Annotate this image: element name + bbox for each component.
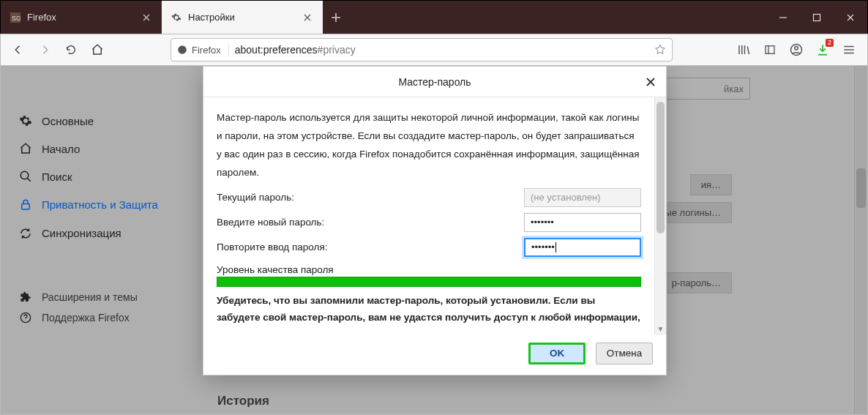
quality-label: Уровень качества пароля (217, 264, 641, 275)
nav-toolbar: Firefox about:preferences#privacy 2 (0, 34, 868, 66)
help-icon (18, 312, 33, 324)
tab-label: Firefox (27, 12, 56, 23)
sidebar-item-support[interactable]: Поддержка Firefox (15, 307, 169, 328)
sidebar-item-privacy[interactable]: Приватность и Защита (15, 193, 169, 217)
dialog-title: Мастер-пароль (398, 76, 471, 88)
reload-button[interactable] (59, 38, 83, 61)
site-icon: SG (10, 12, 21, 23)
bookmark-star-icon[interactable] (654, 44, 666, 56)
forward-button[interactable] (33, 38, 56, 61)
repeat-password-input[interactable]: ••••••• (524, 238, 641, 257)
tab-firefox[interactable]: SG Firefox (1, 1, 162, 34)
sidebar-icon[interactable] (760, 40, 779, 59)
home-icon (18, 142, 33, 155)
new-tab-button[interactable] (323, 1, 349, 34)
repeat-password-row: Повторите ввод пароля: ••••••• (217, 236, 641, 258)
close-icon[interactable] (302, 12, 313, 23)
sidebar-item-general[interactable]: Основные (15, 110, 169, 132)
window-controls (766, 1, 867, 34)
scroll-down-icon[interactable]: ▼ (655, 324, 666, 335)
firefox-icon (177, 45, 187, 55)
svg-rect-4 (766, 46, 774, 54)
new-password-input[interactable]: ••••••• (524, 213, 641, 232)
account-icon[interactable] (787, 40, 806, 59)
sidebar-item-label: Основные (42, 115, 94, 127)
svg-rect-8 (22, 203, 30, 209)
dialog-footer: OK Отмена (203, 335, 666, 375)
dialog-description: Мастер-пароль используется для защиты не… (217, 109, 641, 182)
svg-text:SG: SG (12, 15, 20, 22)
prefs-sidebar: Основные Начало Поиск Приватность и Защи… (15, 110, 169, 328)
repeat-password-label: Повторите ввод пароля: (217, 242, 524, 253)
sidebar-item-sync[interactable]: Синхронизация (15, 223, 169, 244)
titlebar: SG Firefox Настройки (0, 0, 868, 34)
svg-point-3 (178, 45, 187, 54)
url-bar[interactable]: Firefox about:preferences#privacy (171, 38, 673, 61)
toolbar-right: 2 (734, 40, 861, 59)
sidebar-item-search[interactable]: Поиск (15, 165, 169, 187)
identity-label: Firefox (192, 45, 221, 56)
current-password-row: Текущий пароль: (не установлен) (217, 187, 641, 209)
sidebar-item-home[interactable]: Начало (15, 138, 169, 160)
home-button[interactable] (86, 38, 109, 61)
svg-rect-2 (814, 14, 820, 20)
lock-icon (18, 198, 33, 212)
close-icon[interactable] (141, 12, 152, 23)
content-area: йках ия… ые логины… р-пароль… История Ос… (0, 66, 868, 415)
svg-point-6 (795, 47, 798, 51)
scroll-thumb[interactable] (656, 102, 665, 233)
sidebar-item-label: Поиск (42, 171, 72, 183)
svg-point-7 (20, 171, 29, 179)
cancel-button[interactable]: Отмена (596, 343, 653, 364)
url-text: about:preferences#privacy (235, 44, 648, 56)
gear-icon (171, 12, 182, 23)
maximize-button[interactable] (800, 1, 834, 34)
sidebar-item-label: Синхронизация (42, 227, 121, 239)
tab-label: Настройки (188, 12, 235, 23)
ok-button[interactable]: OK (528, 343, 585, 364)
master-password-dialog: Мастер-пароль Мастер-пароль используется… (203, 66, 667, 375)
downloads-icon[interactable]: 2 (813, 40, 832, 59)
sidebar-item-label: Начало (42, 143, 80, 155)
current-password-input: (не установлен) (524, 188, 641, 207)
puzzle-icon (18, 291, 33, 303)
sidebar-item-label: Поддержка Firefox (42, 312, 130, 324)
dialog-scrollbar[interactable]: ▲ ▼ (654, 97, 666, 335)
dialog-close-button[interactable] (643, 74, 659, 90)
back-button[interactable] (7, 38, 30, 61)
library-icon[interactable] (734, 40, 753, 59)
password-quality-meter (217, 277, 641, 287)
minimize-button[interactable] (766, 1, 800, 34)
new-password-label: Введите новый пароль: (217, 217, 524, 228)
sidebar-item-addons[interactable]: Расширения и темы (15, 287, 169, 307)
downloads-badge: 2 (826, 39, 834, 47)
current-password-label: Текущий пароль: (217, 192, 524, 203)
sync-icon (18, 227, 33, 240)
dialog-title-bar: Мастер-пароль (203, 67, 666, 97)
warning-text: Убедитесь, что вы запомнили мастер-парол… (217, 293, 641, 326)
sidebar-item-label: Расширения и темы (42, 291, 138, 303)
sidebar-item-label: Приватность и Защита (42, 198, 158, 212)
search-icon (18, 170, 33, 183)
close-window-button[interactable] (834, 1, 867, 34)
gear-icon (18, 114, 33, 127)
new-password-row: Введите новый пароль: ••••••• (217, 212, 641, 233)
tab-settings[interactable]: Настройки (162, 1, 323, 34)
identity-box[interactable]: Firefox (177, 45, 229, 56)
menu-icon[interactable] (839, 40, 858, 59)
